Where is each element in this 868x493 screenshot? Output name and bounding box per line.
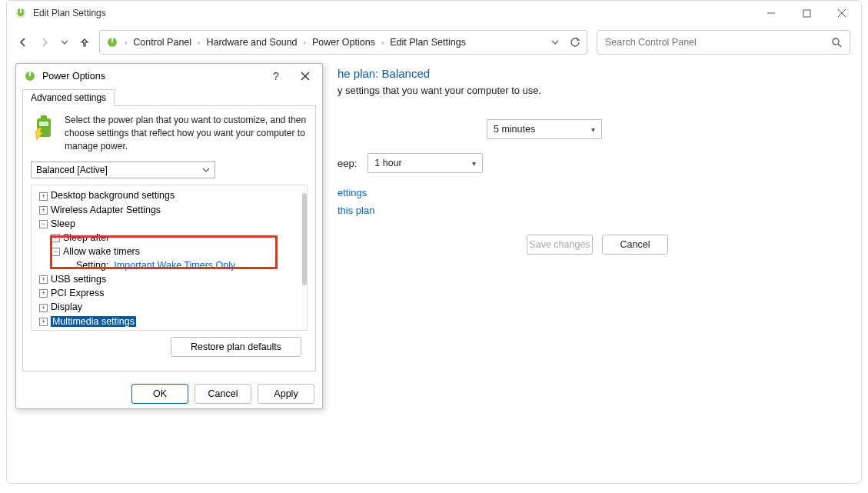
forward-button[interactable] [39, 37, 50, 48]
svg-point-8 [833, 38, 839, 45]
address-bar[interactable]: › Control Panel › Hardware and Sound › P… [99, 30, 587, 55]
back-button[interactable] [18, 37, 28, 48]
restore-row: Restore plan defaults [31, 331, 308, 363]
chevron-down-icon [202, 166, 210, 174]
recent-dropdown[interactable] [61, 38, 68, 46]
link-row-2: this plan [338, 205, 838, 216]
restore-defaults-link[interactable]: this plan [338, 205, 374, 216]
tree-item-pci[interactable]: +PCI Express [33, 286, 305, 300]
power-icon [24, 70, 36, 82]
address-bar-wrap: › Control Panel › Hardware and Sound › P… [99, 30, 850, 55]
maximize-button[interactable] [789, 2, 824, 25]
expand-icon[interactable]: + [39, 289, 48, 298]
up-button[interactable] [79, 37, 90, 48]
svg-rect-11 [29, 72, 31, 76]
advanced-settings-link[interactable]: ettings [338, 187, 367, 198]
settings-tree[interactable]: +Desktop background settings +Wireless A… [31, 185, 308, 331]
breadcrumb-item[interactable]: Power Options [312, 37, 375, 48]
tree-item-display[interactable]: +Display [33, 300, 305, 314]
address-bar-controls [551, 37, 580, 48]
page-subtitle: y settings that you want your computer t… [338, 85, 838, 96]
expand-icon[interactable]: + [39, 304, 48, 312]
plan-selected-value: Balanced [Active] [36, 165, 108, 175]
dialog-title-buttons: ? [264, 67, 318, 85]
dialog-description: Select the power plan that you want to c… [65, 114, 308, 152]
chevron-right-icon: › [381, 38, 384, 47]
close-button[interactable] [824, 2, 860, 25]
chevron-right-icon: › [304, 38, 306, 47]
display-off-value: 5 minutes [494, 124, 535, 135]
svg-rect-3 [803, 10, 810, 17]
link-row-1: ettings [338, 187, 838, 198]
dialog-description-row: Select the power plan that you want to c… [31, 114, 308, 152]
dialog-tabs: Advanced settings [16, 88, 322, 105]
tree-item-desktop-bg[interactable]: +Desktop background settings [33, 188, 305, 202]
cancel-button[interactable]: Cancel [602, 235, 668, 255]
tree-item-multimedia-label: Multimedia settings [51, 316, 136, 327]
save-changes-button[interactable]: Save changes [527, 235, 593, 255]
power-options-dialog: Power Options ? Advanced settings Select… [15, 63, 323, 409]
expand-icon[interactable]: + [39, 318, 48, 326]
svg-line-9 [838, 44, 841, 47]
dialog-title-left: Power Options [24, 70, 105, 82]
dialog-cancel-button[interactable]: Cancel [195, 384, 251, 404]
ok-button[interactable]: OK [131, 384, 188, 404]
dialog-bottom-buttons: OK Cancel Apply [16, 378, 322, 413]
expand-icon[interactable]: + [39, 275, 48, 284]
chevron-down-icon: ▾ [591, 125, 595, 134]
expand-icon[interactable]: + [39, 192, 48, 201]
svg-rect-16 [39, 122, 48, 126]
dialog-title: Power Options [42, 71, 105, 82]
search-box[interactable] [597, 30, 850, 55]
collapse-icon[interactable]: − [39, 220, 48, 228]
tab-advanced-settings[interactable]: Advanced settings [22, 89, 115, 106]
chevron-down-icon: ▾ [472, 159, 476, 168]
tree-item-wireless[interactable]: +Wireless Adapter Settings [33, 203, 305, 217]
window-title: Edit Plan Settings [33, 8, 106, 18]
expand-icon[interactable]: + [39, 206, 48, 215]
power-icon [15, 7, 27, 19]
tree-item-multimedia[interactable]: +Multimedia settings [33, 315, 305, 328]
search-input[interactable] [605, 37, 832, 48]
minimize-button[interactable] [753, 2, 789, 25]
help-button[interactable]: ? [264, 67, 288, 85]
breadcrumb-item[interactable]: Edit Plan Settings [390, 37, 466, 48]
apply-button[interactable]: Apply [258, 384, 314, 404]
dialog-frame: Select the power plan that you want to c… [22, 105, 316, 371]
battery-icon [31, 114, 57, 140]
display-off-row: 5 minutes ▾ [338, 119, 838, 139]
scrollbar-thumb[interactable] [302, 193, 307, 285]
titlebar: Edit Plan Settings [7, 1, 861, 25]
svg-rect-7 [111, 38, 113, 42]
page-buttons: Save changes Cancel [338, 235, 668, 255]
chevron-down-icon[interactable] [551, 38, 559, 46]
svg-rect-1 [20, 8, 22, 13]
chevron-right-icon: › [125, 38, 127, 47]
refresh-button[interactable] [570, 37, 580, 48]
restore-defaults-button[interactable]: Restore plan defaults [171, 337, 301, 357]
breadcrumb-item[interactable]: Hardware and Sound [206, 37, 297, 48]
sleep-value: 1 hour [374, 158, 401, 168]
window-controls [753, 2, 860, 25]
breadcrumb-item[interactable]: Control Panel [133, 37, 191, 48]
svg-rect-15 [41, 115, 47, 119]
chevron-right-icon: › [198, 38, 200, 47]
navbar: › Control Panel › Hardware and Sound › P… [7, 25, 861, 59]
dialog-close-button[interactable] [293, 67, 318, 85]
page-heading: he plan: Balanced [338, 67, 838, 80]
tree-item-sleep[interactable]: −Sleep [33, 217, 305, 231]
titlebar-left: Edit Plan Settings [15, 7, 106, 19]
display-off-select[interactable]: 5 minutes ▾ [487, 119, 602, 139]
sleep-label: eep: [338, 158, 357, 169]
plan-select[interactable]: Balanced [Active] [31, 162, 215, 178]
sleep-select[interactable]: 1 hour ▾ [367, 153, 483, 173]
dialog-titlebar: Power Options ? [16, 64, 322, 88]
search-icon[interactable] [832, 38, 842, 48]
address-icon [106, 36, 118, 48]
highlight-annotation [50, 235, 278, 269]
nav-arrows [18, 37, 90, 48]
sleep-row: eep: 1 hour ▾ [338, 153, 838, 173]
tree-item-usb[interactable]: +USB settings [33, 272, 305, 286]
